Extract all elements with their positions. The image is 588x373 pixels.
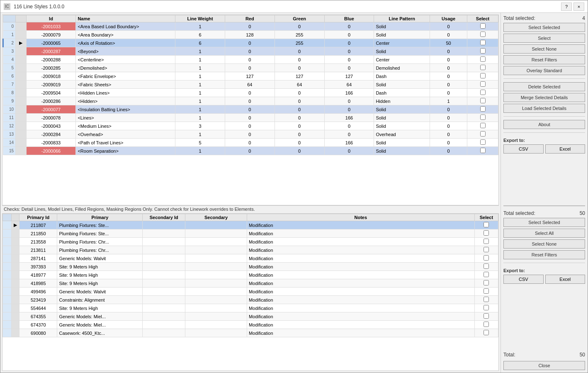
select-checkbox[interactable] xyxy=(480,65,486,70)
table-row[interactable]: 6-2009018<Fabric Envelope>1127127127Dash… xyxy=(3,72,498,80)
bottom-table-scroll[interactable]: Primary Id Primary Secondary Id Secondar… xyxy=(2,214,498,371)
top-select-btn[interactable]: Select xyxy=(503,34,585,43)
select-checkbox[interactable] xyxy=(484,255,489,261)
table-row[interactable]: 0-2001033<Area Based Load Boundary>1000S… xyxy=(3,22,498,31)
row-select[interactable] xyxy=(467,147,498,155)
top-reset-filters-btn[interactable]: Reset Filters xyxy=(503,55,585,64)
select-checkbox[interactable] xyxy=(484,263,489,269)
select-checkbox[interactable] xyxy=(480,115,486,120)
row-select[interactable] xyxy=(467,97,498,105)
table-row[interactable]: 4-2000288<Centerline>1000Center0 xyxy=(3,56,498,64)
select-checkbox[interactable] xyxy=(484,288,489,294)
select-checkbox[interactable] xyxy=(484,239,489,244)
row-select[interactable] xyxy=(467,130,498,139)
select-checkbox[interactable] xyxy=(480,139,486,145)
select-checkbox[interactable] xyxy=(480,98,486,103)
top-select-selected-btn[interactable]: Select Selected xyxy=(503,23,585,32)
top-table-scroll[interactable]: Id Name Line Weight Red Green Blue Line … xyxy=(2,15,498,205)
select-checkbox[interactable] xyxy=(480,81,486,87)
select-checkbox[interactable] xyxy=(484,297,489,302)
table-row[interactable]: 211850Plumbing Fixtures: Ste...Modificat… xyxy=(3,229,498,238)
bottom-csv-btn[interactable]: CSV xyxy=(503,275,544,284)
row-select[interactable] xyxy=(474,263,498,271)
top-select-none-btn[interactable]: Select None xyxy=(503,44,585,54)
table-row[interactable]: 213558Plumbing Fixtures: Chr...Modificat… xyxy=(3,238,498,246)
select-checkbox[interactable] xyxy=(480,148,486,153)
row-select[interactable] xyxy=(474,321,498,329)
select-checkbox[interactable] xyxy=(484,230,489,236)
table-row[interactable]: 8-2009504<Hidden Lines>100166Dash0 xyxy=(3,89,498,97)
select-checkbox[interactable] xyxy=(484,313,489,319)
bottom-select-none-btn[interactable]: Select None xyxy=(503,239,585,249)
select-checkbox[interactable] xyxy=(484,247,489,252)
row-select[interactable] xyxy=(474,329,498,337)
row-select[interactable] xyxy=(467,22,498,31)
bottom-excel-btn[interactable]: Excel xyxy=(545,275,586,284)
table-row[interactable]: 499496Generic Models: WalvitModification xyxy=(3,288,498,296)
row-select[interactable] xyxy=(467,39,498,47)
top-merge-selected-btn[interactable]: Merge Selected Details xyxy=(503,93,585,102)
bottom-select-selected-btn[interactable]: Select Selected xyxy=(503,218,585,227)
row-select[interactable] xyxy=(474,296,498,304)
select-checkbox[interactable] xyxy=(484,330,489,335)
top-csv-btn[interactable]: CSV xyxy=(503,144,544,154)
top-load-selected-btn[interactable]: Load Selected Details xyxy=(503,104,585,113)
table-row[interactable]: 15-2000066<Room Separation>1000Solid0 xyxy=(3,147,498,155)
top-overlay-standard-btn[interactable]: Overlay Standard xyxy=(503,66,585,75)
table-row[interactable]: 10-2000077<Insulation Batting Lines>1000… xyxy=(3,105,498,114)
table-row[interactable]: 213811Plumbing Fixtures: Chr...Modificat… xyxy=(3,246,498,254)
row-select[interactable] xyxy=(467,56,498,64)
table-row[interactable]: 11-2000078<Lines>100166Solid0 xyxy=(3,114,498,122)
select-checkbox[interactable] xyxy=(480,48,486,54)
select-checkbox[interactable] xyxy=(480,90,486,95)
table-row[interactable]: 523419Constraints: AlignmentModification xyxy=(3,296,498,304)
table-row[interactable]: 2▶-2000065<Axis of Rotation>602550Center… xyxy=(3,39,498,47)
row-select[interactable] xyxy=(467,80,498,89)
select-checkbox[interactable] xyxy=(480,40,486,45)
table-row[interactable]: 554644Site: 9 Meters HighModification xyxy=(3,304,498,312)
row-select[interactable] xyxy=(474,246,498,254)
select-checkbox[interactable] xyxy=(480,32,486,37)
bottom-close-btn[interactable]: Close xyxy=(503,361,585,370)
table-row[interactable]: 13-2000284<Overhead>1000Overhead0 xyxy=(3,130,498,139)
select-checkbox[interactable] xyxy=(480,56,486,62)
select-checkbox[interactable] xyxy=(480,106,486,112)
row-select[interactable] xyxy=(474,229,498,238)
row-select[interactable] xyxy=(474,221,498,229)
row-select[interactable] xyxy=(467,105,498,114)
row-select[interactable] xyxy=(474,254,498,263)
table-row[interactable]: 1-2000079<Area Boundary>61282550Solid0 xyxy=(3,31,498,39)
bottom-select-all-btn[interactable]: Select All xyxy=(503,229,585,238)
table-row[interactable]: 674370Generic Models: Miel...Modificatio… xyxy=(3,321,498,329)
row-select[interactable] xyxy=(467,31,498,39)
select-checkbox[interactable] xyxy=(480,123,486,128)
table-row[interactable]: 418985Site: 9 Meters HighModification xyxy=(3,279,498,288)
table-row[interactable]: 3-2000287<Beyond>1000Solid0 xyxy=(3,47,498,56)
table-row[interactable]: 397393Site: 9 Meters HighModification xyxy=(3,263,498,271)
top-about-btn[interactable]: About xyxy=(503,120,585,129)
row-select[interactable] xyxy=(467,47,498,56)
select-checkbox[interactable] xyxy=(480,23,486,29)
row-select[interactable] xyxy=(467,114,498,122)
top-delete-selected-btn[interactable]: Delete Selected xyxy=(503,82,585,91)
select-checkbox[interactable] xyxy=(484,280,489,285)
select-checkbox[interactable] xyxy=(484,305,489,310)
row-select[interactable] xyxy=(467,72,498,80)
table-row[interactable]: 14-2000833<Path of Travel Lines>500166So… xyxy=(3,139,498,147)
select-checkbox[interactable] xyxy=(484,222,489,227)
table-row[interactable]: 690080Casework: 4500_Ktc...Modification xyxy=(3,329,498,337)
row-select[interactable] xyxy=(467,122,498,130)
table-row[interactable]: 9-2000286<Hidden>1000Hidden1 xyxy=(3,97,498,105)
select-checkbox[interactable] xyxy=(484,272,489,277)
select-checkbox[interactable] xyxy=(480,73,486,78)
table-row[interactable]: 5-2000285<Demolished>1000Demolished0 xyxy=(3,64,498,72)
select-checkbox[interactable] xyxy=(480,131,486,137)
row-select[interactable] xyxy=(474,238,498,246)
table-row[interactable]: 7-2009019<Fabric Sheets>1646464Solid0 xyxy=(3,80,498,89)
row-select[interactable] xyxy=(467,64,498,72)
table-row[interactable]: 674355Generic Models: Miel...Modificatio… xyxy=(3,312,498,321)
top-excel-btn[interactable]: Excel xyxy=(545,144,586,154)
close-button[interactable]: × xyxy=(573,2,584,11)
row-select[interactable] xyxy=(467,89,498,97)
row-select[interactable] xyxy=(467,139,498,147)
